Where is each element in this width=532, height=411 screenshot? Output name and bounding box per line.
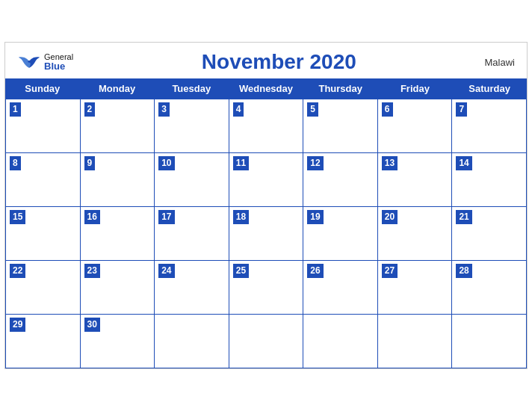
logo: General Blue (17, 52, 73, 72)
day-number: 8 (10, 156, 21, 170)
calendar-grid: 1234567891011121314151617181920212223242… (5, 99, 527, 368)
day-header-saturday: Saturday (452, 78, 527, 99)
day-number: 11 (233, 156, 249, 170)
day-number: 18 (233, 210, 249, 224)
day-number: 12 (307, 156, 323, 170)
day-number: 19 (307, 210, 323, 224)
svg-point-0 (28, 61, 30, 63)
country-label: Malawi (485, 57, 515, 68)
day-cell: 9 (81, 152, 155, 206)
calendar: General Blue November 2020 Malawi Sunday… (4, 42, 528, 369)
day-number: 2 (84, 102, 96, 117)
day-cell: 25 (229, 260, 304, 314)
day-cell: 15 (6, 206, 81, 260)
day-cell: 27 (378, 260, 453, 314)
day-header-sunday: Sunday (5, 78, 80, 99)
day-cell: 2 (81, 99, 155, 152)
logo-bird-icon (17, 54, 41, 70)
day-header-monday: Monday (80, 78, 155, 99)
day-cell: 26 (303, 260, 378, 314)
day-number: 5 (307, 102, 318, 117)
day-cell: 12 (303, 152, 378, 206)
day-number: 3 (158, 102, 170, 117)
day-header-tuesday: Tuesday (154, 78, 229, 99)
day-cell: 29 (6, 314, 81, 368)
calendar-header: General Blue November 2020 Malawi (5, 43, 527, 78)
day-number: 29 (10, 318, 25, 332)
day-number: 21 (456, 210, 471, 224)
day-number: 16 (84, 210, 100, 224)
day-number: 23 (84, 264, 100, 278)
day-number: 4 (233, 102, 244, 117)
day-number: 22 (10, 264, 25, 278)
day-number: 13 (382, 156, 398, 170)
day-number: 25 (233, 264, 249, 278)
day-number: 27 (382, 264, 398, 278)
day-cell (378, 314, 453, 368)
day-header-thursday: Thursday (303, 78, 378, 99)
day-cell: 18 (229, 206, 304, 260)
day-cell: 13 (378, 152, 453, 206)
calendar-title-area: November 2020 (73, 50, 484, 74)
day-cell (452, 314, 527, 368)
day-number: 30 (84, 318, 100, 332)
day-cell: 3 (155, 99, 229, 152)
day-number: 1 (10, 102, 21, 117)
day-cell: 5 (303, 99, 378, 152)
day-cell: 11 (229, 152, 304, 206)
day-number: 10 (158, 156, 174, 170)
day-cell: 28 (452, 260, 527, 314)
day-cell (303, 314, 378, 368)
day-cell: 19 (303, 206, 378, 260)
day-header-friday: Friday (378, 78, 453, 99)
day-number: 7 (456, 102, 467, 117)
day-headers: Sunday Monday Tuesday Wednesday Thursday… (5, 78, 527, 99)
day-number: 17 (158, 210, 174, 224)
logo-text: General Blue (44, 52, 73, 72)
day-cell: 7 (452, 99, 527, 152)
day-number: 14 (456, 156, 471, 170)
day-cell: 14 (452, 152, 527, 206)
day-header-wednesday: Wednesday (229, 78, 303, 99)
day-number: 26 (307, 264, 323, 278)
day-cell: 10 (155, 152, 229, 206)
day-number: 15 (10, 210, 25, 224)
day-number: 24 (158, 264, 174, 278)
day-cell: 16 (81, 206, 155, 260)
day-cell: 6 (378, 99, 453, 152)
day-number: 20 (382, 210, 398, 224)
day-cell: 23 (81, 260, 155, 314)
day-number: 6 (382, 102, 393, 117)
day-cell: 22 (6, 260, 81, 314)
logo-blue-text: Blue (44, 61, 73, 72)
day-cell: 8 (6, 152, 81, 206)
day-cell (155, 314, 229, 368)
day-number: 28 (456, 264, 471, 278)
day-cell: 4 (229, 99, 304, 152)
day-cell: 17 (155, 206, 229, 260)
calendar-title: November 2020 (73, 50, 484, 74)
day-cell: 30 (81, 314, 155, 368)
day-number: 9 (84, 156, 96, 170)
day-cell: 20 (378, 206, 453, 260)
day-cell: 1 (6, 99, 81, 152)
day-cell (229, 314, 304, 368)
day-cell: 24 (155, 260, 229, 314)
day-cell: 21 (452, 206, 527, 260)
